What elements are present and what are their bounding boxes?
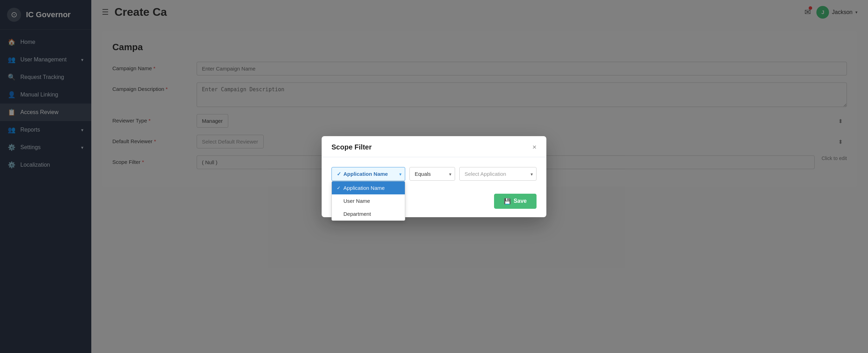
field-option-application-name[interactable]: ✓ Application Name (332, 181, 405, 194)
field-option-label: Department (343, 211, 371, 217)
modal-close-button[interactable]: × (532, 144, 537, 151)
selected-field-label: Application Name (343, 171, 388, 177)
scope-filter-modal: Scope Filter × ✓ Application Name ▾ ✓ A (322, 136, 546, 217)
modal-title: Scope Filter (331, 143, 371, 151)
checkmark-icon: ✓ (337, 171, 341, 177)
field-option-department[interactable]: ✓ Department (332, 207, 405, 220)
modal-header: Scope Filter × (322, 136, 546, 157)
value-select[interactable]: Select Application (459, 167, 537, 181)
filter-criteria-row: ✓ Application Name ▾ ✓ Application Name … (331, 167, 537, 181)
value-select-wrapper: Select Application ▾ (459, 167, 537, 181)
operator-select-wrapper: Equals ▾ (409, 167, 455, 181)
modal-overlay: Scope Filter × ✓ Application Name ▾ ✓ A (0, 0, 868, 353)
field-select-wrapper: ✓ Application Name ▾ ✓ Application Name … (331, 167, 405, 181)
check-icon: ✓ (337, 185, 341, 191)
modal-save-button[interactable]: 💾 Save (494, 194, 537, 209)
field-select-display[interactable]: ✓ Application Name (331, 167, 405, 181)
save-label: Save (514, 198, 527, 204)
operator-select[interactable]: Equals (409, 167, 455, 181)
field-option-label: Application Name (343, 185, 385, 191)
field-option-user-name[interactable]: ✓ User Name (332, 194, 405, 207)
save-icon: 💾 (504, 198, 511, 205)
field-dropdown: ✓ Application Name ✓ User Name ✓ Departm… (331, 181, 405, 221)
modal-body: ✓ Application Name ▾ ✓ Application Name … (322, 157, 546, 188)
field-option-label: User Name (343, 198, 370, 204)
